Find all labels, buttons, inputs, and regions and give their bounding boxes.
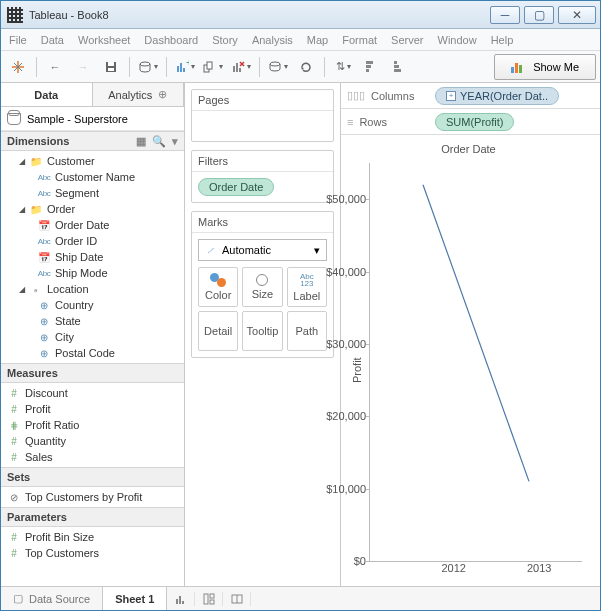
svg-rect-13 xyxy=(207,62,212,69)
svg-rect-16 xyxy=(239,68,241,72)
mark-label[interactable]: Abc123Label xyxy=(287,267,327,307)
show-me-button[interactable]: Show Me xyxy=(494,54,596,80)
filters-shelf[interactable]: Filters Order Date xyxy=(191,150,334,203)
new-worksheet-button[interactable]: + xyxy=(172,54,198,80)
mark-color[interactable]: Color xyxy=(198,267,238,307)
tableau-logo-icon[interactable] xyxy=(5,54,31,80)
forward-button[interactable]: → xyxy=(70,54,96,80)
hierarchy-location[interactable]: ◢ₔLocation xyxy=(1,281,184,297)
menu-dashboard[interactable]: Dashboard xyxy=(144,34,198,46)
dimensions-header: Dimensions ▦🔍▾ xyxy=(1,131,184,151)
mark-size[interactable]: Size xyxy=(242,267,282,307)
columns-pill-year[interactable]: +YEAR(Order Dat.. xyxy=(435,87,559,105)
menu-worksheet[interactable]: Worksheet xyxy=(78,34,130,46)
y-tick-label: $40,000 xyxy=(322,266,366,278)
rows-pill-profit[interactable]: SUM(Profit) xyxy=(435,113,514,131)
field-segment[interactable]: AbcSegment xyxy=(1,185,184,201)
filter-pill-order-date[interactable]: Order Date xyxy=(198,178,274,196)
shelves-pane: Pages Filters Order Date Marks ⟋Automati… xyxy=(185,83,341,586)
visualization: Order Date Profit $0$10,000$20,000$30,00… xyxy=(341,135,600,586)
field-country[interactable]: ⊕Country xyxy=(1,297,184,313)
datasource-row[interactable]: Sample - Superstore xyxy=(1,107,184,131)
menu-map[interactable]: Map xyxy=(307,34,328,46)
svg-rect-28 xyxy=(182,601,184,604)
window-title: Tableau - Book8 xyxy=(29,9,109,21)
tab-analytics[interactable]: Analytics⊕ xyxy=(93,83,185,106)
search-icon[interactable]: 🔍 xyxy=(152,135,166,148)
svg-rect-24 xyxy=(394,65,399,68)
menu-bar: File Data Worksheet Dashboard Story Anal… xyxy=(1,29,600,51)
field-ship-date[interactable]: 📅Ship Date xyxy=(1,249,184,265)
folder-order[interactable]: ◢📁Order xyxy=(1,201,184,217)
field-order-date[interactable]: 📅Order Date xyxy=(1,217,184,233)
menu-server[interactable]: Server xyxy=(391,34,423,46)
sort-desc-button[interactable] xyxy=(386,54,412,80)
refresh-button[interactable] xyxy=(293,54,319,80)
swap-button[interactable]: ⇅ xyxy=(330,54,356,80)
svg-rect-30 xyxy=(210,594,214,598)
tab-datasource[interactable]: ▢Data Source xyxy=(1,587,103,610)
sort-asc-button[interactable] xyxy=(358,54,384,80)
menu-help[interactable]: Help xyxy=(491,34,514,46)
show-me-label: Show Me xyxy=(533,61,579,73)
maximize-button[interactable]: ▢ xyxy=(524,6,554,24)
field-customer-name[interactable]: AbcCustomer Name xyxy=(1,169,184,185)
svg-rect-14 xyxy=(233,66,235,72)
svg-rect-10 xyxy=(183,68,185,72)
svg-rect-6 xyxy=(108,68,114,71)
marks-type-select[interactable]: ⟋Automatic ▾ xyxy=(198,239,327,261)
field-quantity[interactable]: #Quantity xyxy=(1,433,184,449)
save-button[interactable] xyxy=(98,54,124,80)
tab-data[interactable]: Data xyxy=(1,83,93,106)
menu-format[interactable]: Format xyxy=(342,34,377,46)
measures-header: Measures xyxy=(1,363,184,383)
datasource-name: Sample - Superstore xyxy=(27,113,128,125)
field-profit-ratio[interactable]: ⋕Profit Ratio xyxy=(1,417,184,433)
menu-data[interactable]: Data xyxy=(41,34,64,46)
minimize-button[interactable]: ─ xyxy=(490,6,520,24)
field-city[interactable]: ⊕City xyxy=(1,329,184,345)
folder-customer[interactable]: ◢📁Customer xyxy=(1,153,184,169)
menu-file[interactable]: File xyxy=(9,34,27,46)
auto-update-button[interactable] xyxy=(265,54,291,80)
dropdown-icon[interactable]: ▾ xyxy=(172,135,178,148)
back-button[interactable]: ← xyxy=(42,54,68,80)
rows-shelf[interactable]: ≡Rows SUM(Profit) xyxy=(341,109,600,135)
svg-rect-20 xyxy=(366,69,369,72)
new-dashboard-tab-button[interactable] xyxy=(195,592,223,606)
menu-window[interactable]: Window xyxy=(438,34,477,46)
label-icon: Abc123 xyxy=(300,272,314,288)
tab-sheet1[interactable]: Sheet 1 xyxy=(103,587,167,610)
field-sales[interactable]: #Sales xyxy=(1,449,184,465)
field-order-id[interactable]: AbcOrder ID xyxy=(1,233,184,249)
field-state[interactable]: ⊕State xyxy=(1,313,184,329)
param-profit-bin[interactable]: #Profit Bin Size xyxy=(1,529,184,545)
expand-icon[interactable]: + xyxy=(446,91,456,101)
mark-path[interactable]: Path xyxy=(287,311,327,351)
menu-story[interactable]: Story xyxy=(212,34,238,46)
close-button[interactable]: ✕ xyxy=(558,6,596,24)
field-discount[interactable]: #Discount xyxy=(1,385,184,401)
new-worksheet-tab-button[interactable] xyxy=(167,592,195,606)
plot-area[interactable]: $0$10,000$20,000$30,000$40,000$50,000 xyxy=(369,163,582,562)
duplicate-button[interactable] xyxy=(200,54,226,80)
param-top-customers[interactable]: #Top Customers xyxy=(1,545,184,561)
new-story-tab-button[interactable] xyxy=(223,592,251,606)
pages-shelf[interactable]: Pages xyxy=(191,89,334,142)
svg-rect-9 xyxy=(180,63,182,72)
datasource-tab-icon: ▢ xyxy=(13,592,23,605)
y-tick-label: $20,000 xyxy=(322,410,366,422)
set-top-customers[interactable]: ⊘Top Customers by Profit xyxy=(1,489,184,505)
field-postal-code[interactable]: ⊕Postal Code xyxy=(1,345,184,361)
svg-rect-26 xyxy=(176,599,178,604)
dimensions-menu-icon[interactable]: ▦ xyxy=(136,135,146,148)
field-profit[interactable]: #Profit xyxy=(1,401,184,417)
mark-detail[interactable]: Detail xyxy=(198,311,238,351)
mark-tooltip[interactable]: Tooltip xyxy=(242,311,282,351)
menu-analysis[interactable]: Analysis xyxy=(252,34,293,46)
field-ship-mode[interactable]: AbcShip Mode xyxy=(1,265,184,281)
columns-shelf[interactable]: ▯▯▯Columns +YEAR(Order Dat.. xyxy=(341,83,600,109)
clear-button[interactable] xyxy=(228,54,254,80)
svg-rect-21 xyxy=(366,65,371,68)
new-datasource-button[interactable] xyxy=(135,54,161,80)
